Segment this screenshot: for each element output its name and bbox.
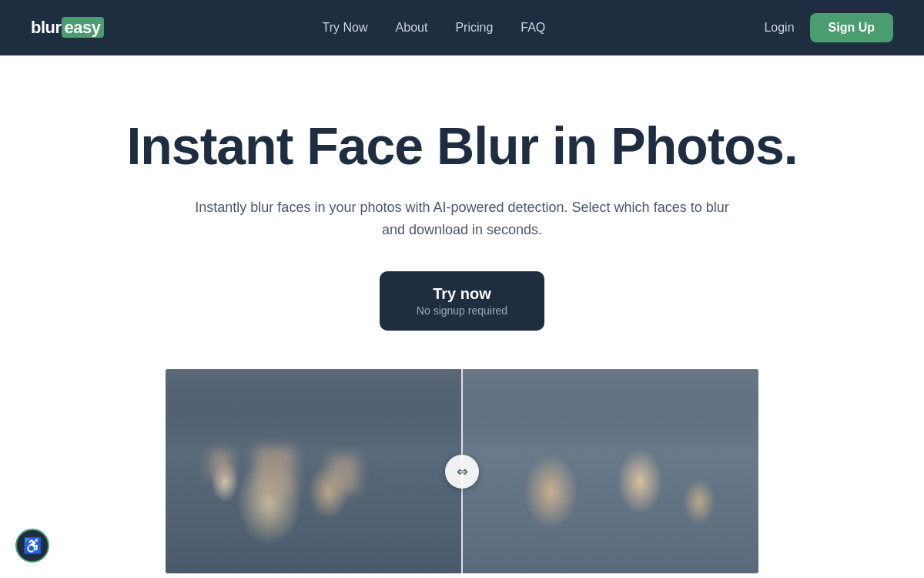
nav-item-about[interactable]: About [396, 21, 428, 35]
nav-links: Try Now About Pricing FAQ [323, 21, 546, 35]
comparison-left [166, 369, 462, 573]
buildings-left [166, 369, 462, 461]
blur-face-2 [329, 455, 358, 492]
blur-face-3 [210, 451, 232, 478]
logo[interactable]: blureasy [31, 18, 104, 38]
accessibility-icon: ♿ [23, 536, 42, 555]
hero-section: Instant Face Blur in Photos. Instantly b… [0, 55, 924, 369]
nav-link-faq[interactable]: FAQ [521, 21, 545, 34]
navbar: blureasy Try Now About Pricing FAQ Login… [0, 0, 924, 55]
swap-button[interactable]: ⇔ [445, 455, 479, 489]
cta-button[interactable]: Try now No signup required [380, 271, 544, 331]
hero-subtitle: Instantly blur faces in your photos with… [192, 197, 732, 241]
login-button[interactable]: Login [764, 21, 794, 35]
hero-title: Instant Face Blur in Photos. [31, 117, 893, 175]
nav-actions: Login Sign Up [764, 13, 893, 42]
comparison-right [462, 369, 758, 573]
blur-face-1 [255, 447, 295, 495]
nav-link-pricing[interactable]: Pricing [455, 21, 493, 34]
nav-link-try-now[interactable]: Try Now [323, 21, 368, 34]
street-left [166, 369, 462, 573]
signup-button[interactable]: Sign Up [810, 13, 893, 42]
image-comparison: ⇔ [166, 369, 758, 573]
logo-text: blureasy [31, 18, 104, 38]
buildings-right [462, 369, 758, 461]
street-right [462, 369, 758, 573]
nav-link-about[interactable]: About [396, 21, 428, 34]
cta-secondary-label: No signup required [417, 304, 507, 317]
accessibility-button[interactable]: ♿ [15, 529, 49, 563]
cta-primary-label: Try now [417, 285, 507, 303]
swap-icon: ⇔ [457, 463, 468, 480]
nav-item-pricing[interactable]: Pricing [455, 21, 493, 35]
nav-item-faq[interactable]: FAQ [521, 21, 545, 35]
nav-item-try-now[interactable]: Try Now [323, 21, 368, 35]
